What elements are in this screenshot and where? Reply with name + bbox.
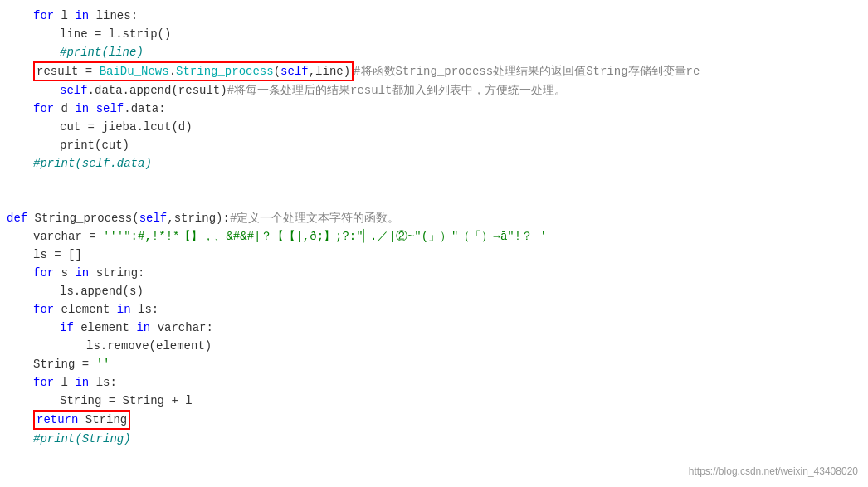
code-line-17: for element in ls: — [0, 300, 868, 319]
code-line-1: for l in lines: — [0, 7, 868, 25]
code-line-23: return String — [0, 410, 868, 430]
code-container: for l in lines: line = l.strip() #print(… — [0, 0, 868, 487]
code-line-19: ls.remove(element) — [0, 337, 868, 355]
comment: #print(line) — [60, 43, 144, 61]
self-kw: self — [60, 81, 88, 100]
code-line-5: self.data.append(result) #将每一条处理后的结果resu… — [0, 81, 868, 100]
watermark: https://blog.csdn.net/weixin_43408020 — [689, 465, 858, 477]
comment-print-self: #print(self.data) — [33, 154, 152, 173]
comment-zh-def: #定义一个处理文本字符的函数。 — [230, 209, 399, 227]
code-line-22: String = String + l — [0, 392, 868, 410]
code-line-4: result = BaiDu_News.String_process(self,… — [0, 61, 868, 81]
varchar-string: '''":#,!*!*【】，、&#&#|？【【|,ð;】;?:"▏.／|②~"(… — [103, 227, 547, 246]
empty-line-1 — [0, 173, 868, 191]
keyword-return: return — [37, 413, 78, 426]
highlight-return-line: return String — [33, 410, 130, 430]
comment-print-string: #print(String) — [33, 430, 131, 448]
code-line-14: ls = [] — [0, 246, 868, 264]
code-line-20: String = '' — [0, 355, 868, 373]
code-line-21: for l in ls: — [0, 373, 868, 392]
code-line-2: line = l.strip() — [0, 25, 868, 43]
keyword-for: for — [33, 7, 54, 25]
code-line-13: varchar = '''":#,!*!*【】，、&#&#|？【【|,ð;】;?… — [0, 227, 868, 246]
code-line-24: #print(String) — [0, 430, 868, 448]
comment-zh-1: #将函数String_process处理结果的返回值String存储到变量re — [354, 62, 700, 80]
code-line-8: print(cut) — [0, 136, 868, 154]
code-line-3: #print(line) — [0, 43, 868, 61]
code-line-12: def String_process( self ,string): #定义一个… — [0, 209, 868, 227]
keyword-in: in — [75, 7, 89, 25]
highlight-result-line: result = BaiDu_News.String_process(self,… — [33, 61, 354, 81]
code-line-16: ls.append(s) — [0, 282, 868, 300]
keyword-def: def — [7, 209, 27, 227]
empty-line-2 — [0, 191, 868, 209]
code-line-9: #print(self.data) — [0, 154, 868, 173]
code-line-15: for s in string: — [0, 264, 868, 282]
comment-zh-2: #将每一条处理后的结果result都加入到列表中，方便统一处理。 — [227, 81, 567, 100]
code-line-18: if element in varchar: — [0, 319, 868, 337]
code-line-7: cut = jieba.lcut(d) — [0, 118, 868, 136]
code-line-6: for d in self .data: — [0, 100, 868, 118]
